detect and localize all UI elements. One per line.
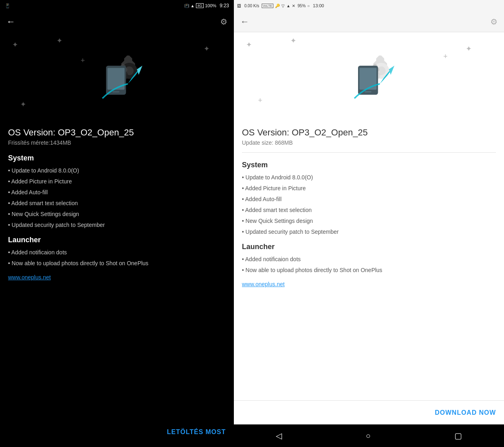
- os-version-subtitle-left: Frissítés mérete:1434MB: [8, 139, 226, 146]
- system-section-left: System • Update to Android 8.0.0(O) • Ad…: [8, 154, 226, 229]
- volte-icon: VoLTE: [262, 4, 273, 8]
- launcher-section-left: Launcher • Added notificaion dots • Now …: [8, 236, 226, 268]
- status-icons-dark: 📳 ▲ 4G 100% 9:23: [184, 3, 229, 8]
- hero-illustration-right: [333, 44, 405, 109]
- sparkle-r-3: ✦: [466, 44, 472, 53]
- battery-icon: ○: [307, 4, 310, 8]
- status-bar-dark: 📱 📳 ▲ 4G 100% 9:23: [0, 0, 234, 11]
- network-speed: 0.00 K/s: [244, 4, 259, 8]
- nav-bar-light: ← ⚙: [234, 11, 504, 32]
- system-item-4-left: • Added smart text selection: [8, 199, 226, 208]
- os-version-subtitle-right: Update size: 868MB: [242, 139, 496, 146]
- sparkle-r-1: ✦: [246, 40, 252, 49]
- time-display-left: 9:23: [220, 3, 229, 8]
- download-button-right[interactable]: DOWNLOAD NOW: [435, 409, 496, 416]
- system-item-6-left: • Updated security patch to September: [8, 221, 226, 229]
- settings-button-right[interactable]: ⚙: [490, 17, 498, 27]
- content-light: OS Version: OP3_O2_Open_25 Update size: …: [234, 121, 504, 400]
- status-bar-light: 🖼 0.00 K/s VoLTE 🔑 ▽ ▲ ✕ 95% ○ 13:00: [234, 0, 504, 11]
- sparkle-r-2: ✦: [290, 36, 296, 45]
- key-icon: 🔑: [275, 4, 280, 8]
- system-item-1-right: • Update to Android 8.0.0(O): [242, 173, 496, 182]
- home-nav-icon[interactable]: ○: [366, 431, 371, 441]
- battery-right: 95%: [298, 4, 306, 8]
- system-item-5-right: • New Quick Settings design: [242, 217, 496, 225]
- download-bar-right: DOWNLOAD NOW: [234, 400, 504, 424]
- signal-icon: ▲: [191, 4, 195, 8]
- launcher-item-1-left: • Added notificaion dots: [8, 248, 226, 257]
- left-panel: 📱 📳 ▲ 4G 100% 9:23 ← ⚙ ✦ ✦ ✦ ✦ +: [0, 0, 234, 447]
- svg-rect-6: [112, 91, 119, 93]
- sparkle-4: ✦: [20, 100, 26, 109]
- system-section-right: System • Update to Android 8.0.0(O) • Ad…: [242, 161, 496, 236]
- os-version-title-right: OS Version: OP3_O2_Open_25: [242, 127, 496, 138]
- content-dark: OS Version: OP3_O2_Open_25 Frissítés mér…: [0, 121, 234, 447]
- system-title-right: System: [242, 161, 496, 169]
- back-nav-icon[interactable]: ◁: [276, 431, 282, 441]
- os-version-section-right: OS Version: OP3_O2_Open_25 Update size: …: [242, 127, 496, 153]
- recent-nav-icon[interactable]: ▢: [454, 431, 462, 441]
- right-panel: 🖼 0.00 K/s VoLTE 🔑 ▽ ▲ ✕ 95% ○ 13:00 ← ⚙…: [234, 0, 504, 447]
- sparkle-2: ✦: [56, 36, 62, 45]
- system-item-1-left: • Update to Android 8.0.0(O): [8, 166, 226, 175]
- sparkle-5: +: [81, 56, 85, 65]
- bottom-nav-bar: ◁ ○ ▢: [234, 424, 504, 447]
- hero-area-dark: ✦ ✦ ✦ ✦ +: [0, 32, 234, 121]
- launcher-title-right: Launcher: [242, 243, 496, 251]
- sparkle-3: ✦: [204, 44, 210, 53]
- os-version-title-left: OS Version: OP3_O2_Open_25: [8, 127, 226, 138]
- system-item-2-left: • Added Picture in Picture: [8, 177, 226, 186]
- launcher-item-2-right: • Now able to upload photos directly to …: [242, 266, 496, 274]
- system-item-4-right: • Added smart text selection: [242, 206, 496, 214]
- download-button-left[interactable]: LETÖLTÉS MOST: [167, 428, 226, 436]
- os-version-section-left: OS Version: OP3_O2_Open_25 Frissítés mér…: [8, 127, 226, 146]
- svg-rect-13: [364, 91, 371, 93]
- settings-button-left[interactable]: ⚙: [220, 17, 227, 27]
- signal-icon-right: ▲: [286, 4, 290, 8]
- launcher-item-2-left: • Now able to upload photos directly to …: [8, 259, 226, 268]
- wifi-icon: ▽: [281, 4, 285, 8]
- hero-illustration-left: [81, 44, 153, 109]
- launcher-item-1-right: • Added notificaion dots: [242, 255, 496, 264]
- system-item-3-left: • Added Auto-fill: [8, 188, 226, 197]
- back-button-left[interactable]: ←: [6, 17, 15, 27]
- sparkle-r-4: +: [258, 96, 262, 105]
- gallery-icon: 🖼: [237, 4, 241, 8]
- oneplus-link-left[interactable]: www.oneplus.net: [8, 274, 226, 281]
- vibrate-icon: 📳: [184, 4, 189, 8]
- oneplus-link-right[interactable]: www.oneplus.net: [242, 281, 496, 287]
- hero-area-light: ✦ ✦ ✦ + +: [234, 32, 504, 121]
- phone-icon: 📱: [5, 3, 10, 8]
- sparkle-r-5: +: [443, 52, 448, 61]
- launcher-section-right: Launcher • Added notificaion dots • Now …: [242, 243, 496, 274]
- system-item-6-right: • Updated security patch to September: [242, 228, 496, 236]
- nav-bar-dark: ← ⚙: [0, 11, 234, 32]
- launcher-title-left: Launcher: [8, 236, 226, 244]
- system-item-5-left: • New Quick Settings design: [8, 210, 226, 218]
- system-item-2-right: • Added Picture in Picture: [242, 184, 496, 193]
- time-display-right: 13:00: [313, 3, 324, 8]
- signal-x-icon: ✕: [292, 4, 295, 8]
- network-type: 4G: [196, 3, 203, 8]
- battery-level: 100%: [205, 3, 217, 8]
- system-title-left: System: [8, 154, 226, 162]
- back-button-right[interactable]: ←: [240, 17, 249, 27]
- sparkle-1: ✦: [12, 40, 18, 49]
- system-item-3-right: • Added Auto-fill: [242, 195, 496, 204]
